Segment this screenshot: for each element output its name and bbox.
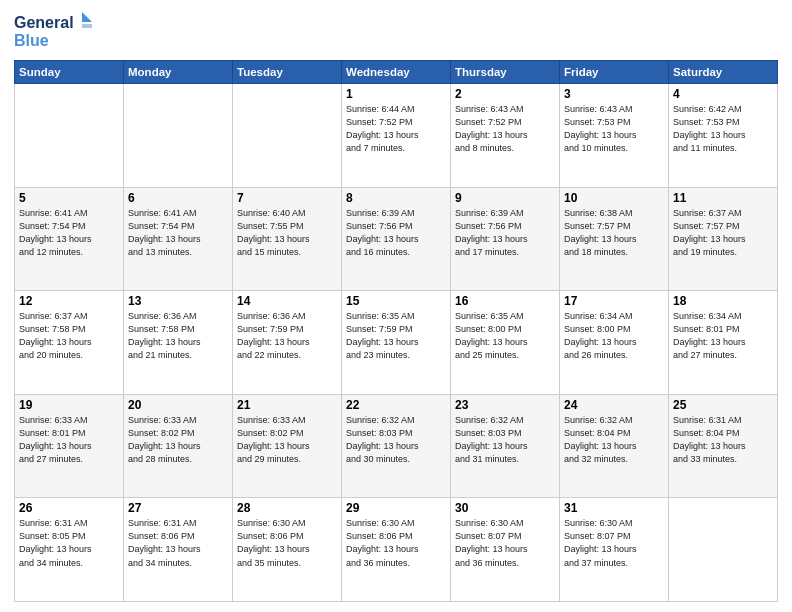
day-cell: 5Sunrise: 6:41 AM Sunset: 7:54 PM Daylig… bbox=[15, 187, 124, 291]
day-cell bbox=[124, 84, 233, 188]
day-cell: 2Sunrise: 6:43 AM Sunset: 7:52 PM Daylig… bbox=[451, 84, 560, 188]
day-number: 31 bbox=[564, 501, 664, 515]
week-row-3: 12Sunrise: 6:37 AM Sunset: 7:58 PM Dayli… bbox=[15, 291, 778, 395]
day-cell: 31Sunrise: 6:30 AM Sunset: 8:07 PM Dayli… bbox=[560, 498, 669, 602]
day-cell: 20Sunrise: 6:33 AM Sunset: 8:02 PM Dayli… bbox=[124, 394, 233, 498]
day-number: 7 bbox=[237, 191, 337, 205]
day-number: 30 bbox=[455, 501, 555, 515]
day-info: Sunrise: 6:34 AM Sunset: 8:00 PM Dayligh… bbox=[564, 310, 664, 362]
day-number: 16 bbox=[455, 294, 555, 308]
day-cell: 8Sunrise: 6:39 AM Sunset: 7:56 PM Daylig… bbox=[342, 187, 451, 291]
day-number: 17 bbox=[564, 294, 664, 308]
day-info: Sunrise: 6:35 AM Sunset: 8:00 PM Dayligh… bbox=[455, 310, 555, 362]
day-cell: 30Sunrise: 6:30 AM Sunset: 8:07 PM Dayli… bbox=[451, 498, 560, 602]
day-number: 19 bbox=[19, 398, 119, 412]
day-info: Sunrise: 6:41 AM Sunset: 7:54 PM Dayligh… bbox=[128, 207, 228, 259]
weekday-header-thursday: Thursday bbox=[451, 61, 560, 84]
day-number: 11 bbox=[673, 191, 773, 205]
day-info: Sunrise: 6:36 AM Sunset: 7:58 PM Dayligh… bbox=[128, 310, 228, 362]
day-cell: 12Sunrise: 6:37 AM Sunset: 7:58 PM Dayli… bbox=[15, 291, 124, 395]
day-cell: 21Sunrise: 6:33 AM Sunset: 8:02 PM Dayli… bbox=[233, 394, 342, 498]
week-row-5: 26Sunrise: 6:31 AM Sunset: 8:05 PM Dayli… bbox=[15, 498, 778, 602]
day-number: 18 bbox=[673, 294, 773, 308]
logo: General Blue bbox=[14, 10, 94, 52]
day-cell: 14Sunrise: 6:36 AM Sunset: 7:59 PM Dayli… bbox=[233, 291, 342, 395]
day-number: 1 bbox=[346, 87, 446, 101]
week-row-2: 5Sunrise: 6:41 AM Sunset: 7:54 PM Daylig… bbox=[15, 187, 778, 291]
weekday-header-sunday: Sunday bbox=[15, 61, 124, 84]
day-cell: 16Sunrise: 6:35 AM Sunset: 8:00 PM Dayli… bbox=[451, 291, 560, 395]
day-cell: 6Sunrise: 6:41 AM Sunset: 7:54 PM Daylig… bbox=[124, 187, 233, 291]
day-number: 10 bbox=[564, 191, 664, 205]
day-info: Sunrise: 6:33 AM Sunset: 8:01 PM Dayligh… bbox=[19, 414, 119, 466]
day-cell: 27Sunrise: 6:31 AM Sunset: 8:06 PM Dayli… bbox=[124, 498, 233, 602]
weekday-header-tuesday: Tuesday bbox=[233, 61, 342, 84]
day-info: Sunrise: 6:37 AM Sunset: 7:58 PM Dayligh… bbox=[19, 310, 119, 362]
day-cell: 19Sunrise: 6:33 AM Sunset: 8:01 PM Dayli… bbox=[15, 394, 124, 498]
day-number: 8 bbox=[346, 191, 446, 205]
svg-marker-2 bbox=[82, 12, 92, 22]
day-cell: 17Sunrise: 6:34 AM Sunset: 8:00 PM Dayli… bbox=[560, 291, 669, 395]
day-number: 25 bbox=[673, 398, 773, 412]
day-info: Sunrise: 6:32 AM Sunset: 8:04 PM Dayligh… bbox=[564, 414, 664, 466]
day-number: 4 bbox=[673, 87, 773, 101]
weekday-header-row: SundayMondayTuesdayWednesdayThursdayFrid… bbox=[15, 61, 778, 84]
day-info: Sunrise: 6:30 AM Sunset: 8:06 PM Dayligh… bbox=[237, 517, 337, 569]
day-info: Sunrise: 6:34 AM Sunset: 8:01 PM Dayligh… bbox=[673, 310, 773, 362]
day-info: Sunrise: 6:35 AM Sunset: 7:59 PM Dayligh… bbox=[346, 310, 446, 362]
svg-text:Blue: Blue bbox=[14, 32, 49, 49]
weekday-header-saturday: Saturday bbox=[669, 61, 778, 84]
day-info: Sunrise: 6:33 AM Sunset: 8:02 PM Dayligh… bbox=[128, 414, 228, 466]
day-cell: 25Sunrise: 6:31 AM Sunset: 8:04 PM Dayli… bbox=[669, 394, 778, 498]
day-info: Sunrise: 6:41 AM Sunset: 7:54 PM Dayligh… bbox=[19, 207, 119, 259]
day-cell bbox=[669, 498, 778, 602]
day-number: 22 bbox=[346, 398, 446, 412]
day-info: Sunrise: 6:44 AM Sunset: 7:52 PM Dayligh… bbox=[346, 103, 446, 155]
day-cell: 28Sunrise: 6:30 AM Sunset: 8:06 PM Dayli… bbox=[233, 498, 342, 602]
day-info: Sunrise: 6:40 AM Sunset: 7:55 PM Dayligh… bbox=[237, 207, 337, 259]
day-cell: 11Sunrise: 6:37 AM Sunset: 7:57 PM Dayli… bbox=[669, 187, 778, 291]
day-number: 15 bbox=[346, 294, 446, 308]
day-number: 29 bbox=[346, 501, 446, 515]
day-number: 26 bbox=[19, 501, 119, 515]
day-cell: 18Sunrise: 6:34 AM Sunset: 8:01 PM Dayli… bbox=[669, 291, 778, 395]
day-cell: 29Sunrise: 6:30 AM Sunset: 8:06 PM Dayli… bbox=[342, 498, 451, 602]
header: General Blue bbox=[14, 10, 778, 52]
day-info: Sunrise: 6:32 AM Sunset: 8:03 PM Dayligh… bbox=[346, 414, 446, 466]
day-number: 3 bbox=[564, 87, 664, 101]
day-number: 28 bbox=[237, 501, 337, 515]
day-info: Sunrise: 6:31 AM Sunset: 8:05 PM Dayligh… bbox=[19, 517, 119, 569]
day-cell: 1Sunrise: 6:44 AM Sunset: 7:52 PM Daylig… bbox=[342, 84, 451, 188]
day-number: 6 bbox=[128, 191, 228, 205]
day-number: 23 bbox=[455, 398, 555, 412]
day-number: 13 bbox=[128, 294, 228, 308]
day-cell: 7Sunrise: 6:40 AM Sunset: 7:55 PM Daylig… bbox=[233, 187, 342, 291]
day-info: Sunrise: 6:30 AM Sunset: 8:07 PM Dayligh… bbox=[455, 517, 555, 569]
day-info: Sunrise: 6:39 AM Sunset: 7:56 PM Dayligh… bbox=[455, 207, 555, 259]
day-info: Sunrise: 6:43 AM Sunset: 7:53 PM Dayligh… bbox=[564, 103, 664, 155]
page: General Blue SundayMondayTuesdayWednesda… bbox=[0, 0, 792, 612]
day-cell bbox=[15, 84, 124, 188]
weekday-header-friday: Friday bbox=[560, 61, 669, 84]
day-info: Sunrise: 6:33 AM Sunset: 8:02 PM Dayligh… bbox=[237, 414, 337, 466]
day-cell: 10Sunrise: 6:38 AM Sunset: 7:57 PM Dayli… bbox=[560, 187, 669, 291]
day-info: Sunrise: 6:37 AM Sunset: 7:57 PM Dayligh… bbox=[673, 207, 773, 259]
day-number: 27 bbox=[128, 501, 228, 515]
day-info: Sunrise: 6:42 AM Sunset: 7:53 PM Dayligh… bbox=[673, 103, 773, 155]
day-number: 14 bbox=[237, 294, 337, 308]
week-row-1: 1Sunrise: 6:44 AM Sunset: 7:52 PM Daylig… bbox=[15, 84, 778, 188]
day-number: 24 bbox=[564, 398, 664, 412]
day-cell bbox=[233, 84, 342, 188]
day-info: Sunrise: 6:30 AM Sunset: 8:06 PM Dayligh… bbox=[346, 517, 446, 569]
day-cell: 9Sunrise: 6:39 AM Sunset: 7:56 PM Daylig… bbox=[451, 187, 560, 291]
day-cell: 15Sunrise: 6:35 AM Sunset: 7:59 PM Dayli… bbox=[342, 291, 451, 395]
day-info: Sunrise: 6:31 AM Sunset: 8:06 PM Dayligh… bbox=[128, 517, 228, 569]
day-info: Sunrise: 6:30 AM Sunset: 8:07 PM Dayligh… bbox=[564, 517, 664, 569]
day-cell: 24Sunrise: 6:32 AM Sunset: 8:04 PM Dayli… bbox=[560, 394, 669, 498]
weekday-header-monday: Monday bbox=[124, 61, 233, 84]
svg-text:General: General bbox=[14, 14, 74, 31]
day-cell: 26Sunrise: 6:31 AM Sunset: 8:05 PM Dayli… bbox=[15, 498, 124, 602]
day-number: 20 bbox=[128, 398, 228, 412]
day-number: 5 bbox=[19, 191, 119, 205]
day-number: 12 bbox=[19, 294, 119, 308]
